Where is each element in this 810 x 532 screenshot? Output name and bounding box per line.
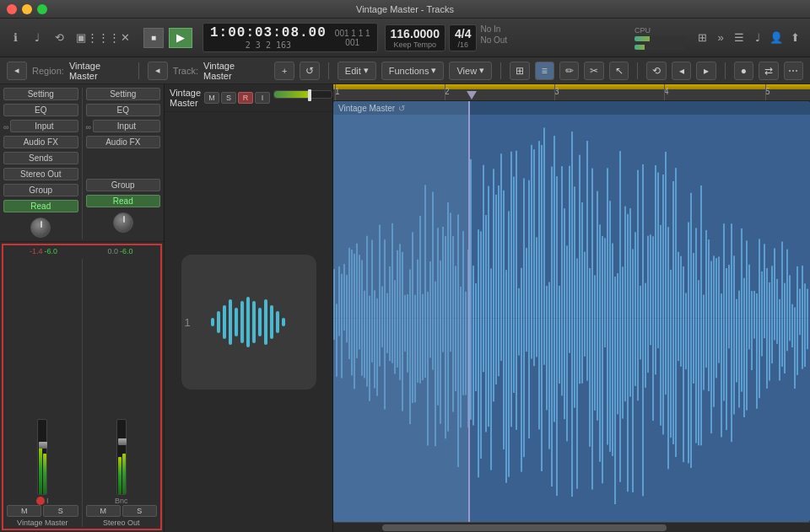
- m-button[interactable]: M: [204, 92, 219, 104]
- ch2-s-btn[interactable]: S: [122, 505, 157, 517]
- export-button[interactable]: ⬆: [786, 30, 803, 46]
- ch1-input-btn[interactable]: Input: [10, 120, 78, 132]
- middle-track-header: Vintage Master M S R I: [165, 84, 332, 112]
- stop-button[interactable]: ■: [143, 28, 164, 48]
- time-sig-value: 4/4: [455, 27, 471, 40]
- add-track-button[interactable]: +: [274, 62, 294, 80]
- zoom-in-btn[interactable]: ◂: [672, 62, 691, 80]
- zoom-out-btn[interactable]: ▸: [696, 62, 716, 80]
- track-left-arrow-icon: ◂: [155, 65, 160, 76]
- sep2: [328, 62, 329, 79]
- ch2-sends-spacer: [86, 152, 161, 164]
- cpu-label: CPU: [634, 26, 651, 35]
- view-label: View: [456, 66, 477, 76]
- functions-label: Functions: [389, 66, 429, 76]
- close-button[interactable]: [7, 4, 17, 14]
- fader-section-bordered: -1.4 -6.0 0.0 -6.0: [2, 244, 162, 530]
- tempo-label: Keep Tempo: [394, 40, 436, 49]
- pos2: 001: [345, 38, 359, 47]
- r-button[interactable]: R: [238, 92, 253, 104]
- expand-button[interactable]: »: [712, 30, 729, 46]
- volume-handle[interactable]: [308, 89, 311, 101]
- snap-button[interactable]: ⋮⋮⋮: [94, 30, 111, 46]
- ch2-read-btn[interactable]: Read: [86, 195, 161, 207]
- ch1-m-btn[interactable]: M: [7, 505, 41, 517]
- audio-region[interactable]: Vintage Master ↺: [333, 101, 810, 522]
- ch1-setting-btn[interactable]: Setting: [3, 88, 78, 100]
- channel1-controls: Setting EQ ∞ Input Audio FX Sends Stereo…: [3, 88, 78, 239]
- draw-tool-button[interactable]: ✏: [559, 62, 579, 80]
- transport-bar: ℹ ♩ ⟲ ▣ ⋮⋮⋮ ✕ ■ ▶ 1:00:03:08.00 2 3 2 16…: [0, 19, 810, 57]
- info-button[interactable]: ℹ: [7, 30, 24, 46]
- i-button[interactable]: I: [255, 92, 270, 104]
- functions-button[interactable]: Functions ▾: [381, 62, 445, 80]
- timeline-ruler: 1 2 3 4 5 6 7: [333, 84, 810, 101]
- volume-slider[interactable]: [273, 90, 332, 99]
- list-button[interactable]: ☰: [731, 30, 748, 46]
- window-controls[interactable]: [7, 4, 47, 14]
- metronome-button[interactable]: ♩: [29, 30, 46, 46]
- ch1-eq-btn[interactable]: EQ: [3, 104, 78, 116]
- scrollbar-thumb[interactable]: [382, 524, 667, 531]
- ch1-s-btn[interactable]: S: [43, 505, 78, 517]
- region-arrow-btn[interactable]: ◂: [7, 62, 27, 80]
- ch1-audiofx-btn[interactable]: Audio FX: [3, 136, 78, 148]
- timeline-panel: 1 2 3 4 5 6 7 Vintage Master ↺: [333, 84, 810, 532]
- ch1-read-btn[interactable]: Read: [3, 200, 78, 212]
- loop-btn[interactable]: ⟲: [646, 62, 666, 80]
- edit-button[interactable]: Edit ▾: [338, 62, 376, 80]
- s-button[interactable]: S: [221, 92, 236, 104]
- ch2-fader-handle[interactable]: [118, 438, 127, 445]
- ch2-input-btn[interactable]: Input: [93, 120, 160, 132]
- mixer-button[interactable]: ⊞: [694, 30, 710, 46]
- ch1-group-btn[interactable]: Group: [3, 184, 78, 196]
- sep3: [500, 62, 501, 79]
- ch2-input-row: ∞ Input: [86, 120, 161, 134]
- grid-view-button[interactable]: ⊞: [510, 62, 529, 80]
- faders-row: I M S Vintage Master: [3, 257, 160, 529]
- bounce-btn[interactable]: ⇄: [759, 62, 778, 80]
- main-layout: Setting EQ ∞ Input Audio FX Sends Stereo…: [0, 84, 810, 532]
- ch2-group-btn[interactable]: Group: [86, 179, 161, 191]
- loop-icon-btn[interactable]: ↺: [300, 62, 319, 80]
- ch1-fader-track[interactable]: [37, 419, 47, 495]
- ch2-pan-knob[interactable]: [113, 212, 133, 233]
- audio-track-area[interactable]: Vintage Master ↺: [333, 101, 810, 522]
- volume-btn[interactable]: ●: [734, 62, 753, 80]
- ch1-fader-handle[interactable]: [39, 442, 47, 449]
- ch2-indicator-row: Bnc: [115, 497, 128, 505]
- inout-display: No In No Out: [480, 24, 507, 51]
- h-scrollbar[interactable]: [333, 522, 810, 532]
- pointer-tool-button[interactable]: ↖: [609, 62, 629, 80]
- ch2-fader-track[interactable]: [116, 419, 127, 495]
- channel2-controls: Setting EQ ∞ Input Audio FX Group Read: [86, 88, 161, 239]
- tempo-display: 116.0000 Keep Tempo: [385, 24, 446, 51]
- ch1-pan-knob[interactable]: [30, 218, 51, 238]
- ch2-m-btn[interactable]: M: [86, 505, 121, 517]
- view-button[interactable]: View ▾: [449, 62, 492, 80]
- track-arrow-btn[interactable]: ◂: [148, 62, 168, 80]
- play-button[interactable]: ▶: [169, 28, 192, 48]
- more-btn[interactable]: ⋯: [784, 62, 803, 80]
- ch1-strip-name: Vintage Master: [17, 519, 68, 527]
- cpu-fill: [634, 36, 650, 41]
- note-button[interactable]: ♩: [749, 30, 766, 46]
- maximize-button[interactable]: [37, 4, 47, 14]
- sync-button[interactable]: ⟲: [51, 30, 68, 46]
- window-title: Vintage Master - Tracks: [356, 4, 454, 14]
- ch1-sends-btn[interactable]: Sends: [3, 152, 78, 164]
- ruler-line-4: [664, 84, 665, 100]
- ch2-setting-btn[interactable]: Setting: [86, 88, 161, 100]
- ch1-indicator: [36, 497, 45, 505]
- scissor-tool-button[interactable]: ✂: [584, 62, 603, 80]
- ch1-db-labels: -1.4 -6.0: [7, 247, 80, 255]
- ch1-stereoout-btn[interactable]: Stereo Out: [3, 168, 78, 180]
- users-button[interactable]: 👤: [768, 30, 785, 46]
- ch2-eq-btn[interactable]: EQ: [86, 104, 161, 116]
- minimize-button[interactable]: [22, 4, 32, 14]
- ch2-audiofx-btn[interactable]: Audio FX: [86, 136, 161, 148]
- list-view-button[interactable]: ≡: [535, 62, 554, 80]
- close-x-button[interactable]: ✕: [116, 30, 133, 46]
- no-in-label: No In: [480, 24, 507, 34]
- db-labels-row: -1.4 -6.0 0.0 -6.0: [3, 245, 160, 257]
